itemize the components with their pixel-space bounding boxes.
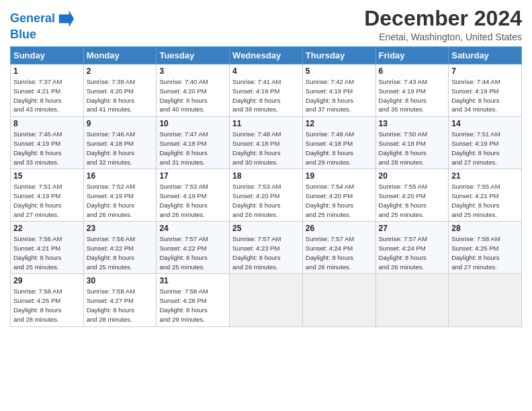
cell-line: Daylight: 8 hours bbox=[13, 254, 61, 261]
cell-line: and 29 minutes. bbox=[159, 316, 205, 323]
cell-line: Daylight: 8 hours bbox=[87, 306, 134, 314]
calendar-cell: 3Sunrise: 7:40 AMSunset: 4:20 PMDaylight… bbox=[157, 64, 230, 117]
calendar-cell: 24Sunrise: 7:57 AMSunset: 4:22 PMDayligh… bbox=[157, 222, 230, 274]
cell-line: Sunrise: 7:48 AM bbox=[232, 130, 281, 138]
logo-text-blue: Blue bbox=[10, 28, 75, 42]
cell-line: and 25 minutes. bbox=[379, 211, 425, 218]
day-number: 18 bbox=[232, 171, 300, 181]
day-number: 2 bbox=[87, 66, 154, 76]
cell-line: and 27 minutes. bbox=[451, 158, 497, 166]
day-number: 16 bbox=[87, 171, 154, 181]
day-number: 6 bbox=[379, 66, 446, 76]
cell-line: Sunrise: 7:53 AM bbox=[159, 183, 208, 190]
cell-line: and 28 minutes. bbox=[87, 316, 132, 323]
cell-line: Sunrise: 7:57 AM bbox=[379, 235, 427, 242]
cell-line: Sunrise: 7:58 AM bbox=[451, 235, 500, 242]
cell-line: Sunset: 4:19 PM bbox=[87, 192, 134, 199]
day-number: 22 bbox=[13, 224, 81, 233]
header-cell-sunday: Sunday bbox=[11, 47, 84, 64]
page-container: General Blue December 2024 Enetai, Washi… bbox=[0, 0, 532, 334]
cell-info: Sunrise: 7:44 AMSunset: 4:19 PMDaylight:… bbox=[451, 77, 519, 114]
cell-line: and 30 minutes. bbox=[232, 158, 278, 166]
cell-line: Sunrise: 7:45 AM bbox=[13, 130, 62, 138]
cell-line: Sunrise: 7:46 AM bbox=[87, 130, 135, 138]
cell-line: Sunrise: 7:38 AM bbox=[87, 78, 135, 85]
cell-line: Sunset: 4:19 PM bbox=[451, 140, 498, 147]
cell-info: Sunrise: 7:49 AMSunset: 4:18 PMDaylight:… bbox=[306, 130, 373, 167]
cell-line: Daylight: 8 hours bbox=[379, 97, 427, 104]
cell-line: Sunset: 4:24 PM bbox=[306, 244, 353, 252]
cell-line: and 41 minutes. bbox=[87, 105, 132, 113]
cell-line: Sunrise: 7:37 AM bbox=[13, 78, 62, 85]
cell-line: Sunset: 4:19 PM bbox=[306, 87, 353, 95]
cell-line: Sunset: 4:19 PM bbox=[159, 192, 206, 199]
cell-line: Sunrise: 7:56 AM bbox=[87, 235, 135, 242]
calendar-cell: 15Sunrise: 7:51 AMSunset: 4:19 PMDayligh… bbox=[11, 169, 84, 222]
day-number: 23 bbox=[87, 224, 154, 233]
cell-line: Sunrise: 7:57 AM bbox=[159, 235, 208, 242]
cell-info: Sunrise: 7:52 AMSunset: 4:19 PMDaylight:… bbox=[87, 182, 154, 219]
cell-info: Sunrise: 7:57 AMSunset: 4:23 PMDaylight:… bbox=[232, 234, 300, 271]
logo-icon bbox=[56, 9, 75, 28]
cell-line: Sunset: 4:28 PM bbox=[159, 297, 206, 304]
header-cell-monday: Monday bbox=[83, 47, 157, 64]
cell-info: Sunrise: 7:58 AMSunset: 4:28 PMDaylight:… bbox=[159, 287, 226, 324]
day-number: 17 bbox=[159, 171, 226, 181]
cell-info: Sunrise: 7:56 AMSunset: 4:22 PMDaylight:… bbox=[87, 234, 154, 271]
calendar-cell bbox=[375, 274, 449, 326]
cell-line: Sunset: 4:27 PM bbox=[87, 297, 134, 304]
cell-line: and 25 minutes. bbox=[13, 263, 59, 271]
calendar-week-row: 1Sunrise: 7:37 AMSunset: 4:21 PMDaylight… bbox=[11, 64, 522, 117]
calendar-week-row: 15Sunrise: 7:51 AMSunset: 4:19 PMDayligh… bbox=[11, 169, 522, 222]
cell-line: and 26 minutes. bbox=[232, 211, 278, 218]
calendar-cell: 18Sunrise: 7:53 AMSunset: 4:20 PMDayligh… bbox=[230, 169, 303, 222]
cell-line: Sunrise: 7:42 AM bbox=[306, 78, 354, 85]
cell-line: Sunrise: 7:41 AM bbox=[232, 78, 281, 85]
cell-line: Daylight: 8 hours bbox=[306, 254, 353, 261]
calendar-cell: 11Sunrise: 7:48 AMSunset: 4:18 PMDayligh… bbox=[230, 117, 303, 169]
cell-line: Daylight: 8 hours bbox=[306, 201, 353, 209]
cell-info: Sunrise: 7:58 AMSunset: 4:27 PMDaylight:… bbox=[87, 287, 154, 324]
cell-line: Sunset: 4:20 PM bbox=[159, 87, 206, 95]
cell-line: and 26 minutes. bbox=[87, 211, 132, 218]
cell-line: and 38 minutes. bbox=[232, 105, 278, 113]
cell-info: Sunrise: 7:58 AMSunset: 4:25 PMDaylight:… bbox=[451, 234, 519, 271]
calendar-cell: 25Sunrise: 7:57 AMSunset: 4:23 PMDayligh… bbox=[230, 222, 303, 274]
cell-line: Sunrise: 7:51 AM bbox=[451, 130, 500, 138]
cell-line: Daylight: 8 hours bbox=[87, 254, 134, 261]
cell-info: Sunrise: 7:48 AMSunset: 4:18 PMDaylight:… bbox=[232, 130, 300, 167]
cell-line: Daylight: 8 hours bbox=[159, 201, 207, 209]
title-block: December 2024 Enetai, Washington, United… bbox=[364, 7, 522, 42]
cell-info: Sunrise: 7:53 AMSunset: 4:19 PMDaylight:… bbox=[159, 182, 226, 219]
cell-info: Sunrise: 7:56 AMSunset: 4:21 PMDaylight:… bbox=[13, 234, 81, 271]
cell-info: Sunrise: 7:57 AMSunset: 4:24 PMDaylight:… bbox=[379, 234, 446, 271]
cell-line: Sunset: 4:22 PM bbox=[87, 244, 134, 252]
cell-line: Daylight: 8 hours bbox=[232, 254, 280, 261]
cell-line: Daylight: 8 hours bbox=[13, 201, 61, 209]
calendar-cell: 28Sunrise: 7:58 AMSunset: 4:25 PMDayligh… bbox=[449, 222, 522, 274]
cell-line: Sunrise: 7:56 AM bbox=[13, 235, 62, 242]
calendar-cell: 20Sunrise: 7:55 AMSunset: 4:20 PMDayligh… bbox=[375, 169, 449, 222]
cell-info: Sunrise: 7:38 AMSunset: 4:20 PMDaylight:… bbox=[87, 77, 154, 114]
cell-line: Daylight: 8 hours bbox=[87, 97, 134, 104]
cell-line: Sunset: 4:18 PM bbox=[306, 140, 353, 147]
cell-line: Sunset: 4:21 PM bbox=[451, 192, 498, 199]
calendar-cell: 13Sunrise: 7:50 AMSunset: 4:18 PMDayligh… bbox=[375, 117, 449, 169]
calendar-cell: 30Sunrise: 7:58 AMSunset: 4:27 PMDayligh… bbox=[83, 274, 157, 326]
calendar-cell bbox=[302, 274, 375, 326]
cell-line: Sunrise: 7:57 AM bbox=[232, 235, 281, 242]
day-number: 10 bbox=[159, 119, 226, 128]
day-number: 15 bbox=[13, 171, 81, 181]
cell-line: and 28 minutes. bbox=[379, 158, 425, 166]
cell-info: Sunrise: 7:46 AMSunset: 4:18 PMDaylight:… bbox=[87, 130, 154, 167]
cell-line: and 25 minutes. bbox=[159, 263, 205, 271]
calendar-cell: 21Sunrise: 7:55 AMSunset: 4:21 PMDayligh… bbox=[449, 169, 522, 222]
cell-line: Daylight: 8 hours bbox=[306, 149, 353, 156]
cell-line: and 40 minutes. bbox=[159, 105, 205, 113]
cell-info: Sunrise: 7:54 AMSunset: 4:20 PMDaylight:… bbox=[306, 182, 373, 219]
cell-line: Daylight: 8 hours bbox=[451, 254, 499, 261]
cell-line: Daylight: 8 hours bbox=[232, 149, 280, 156]
cell-line: Sunrise: 7:40 AM bbox=[159, 78, 208, 85]
day-number: 28 bbox=[451, 224, 519, 233]
cell-line: Sunrise: 7:55 AM bbox=[379, 183, 427, 190]
